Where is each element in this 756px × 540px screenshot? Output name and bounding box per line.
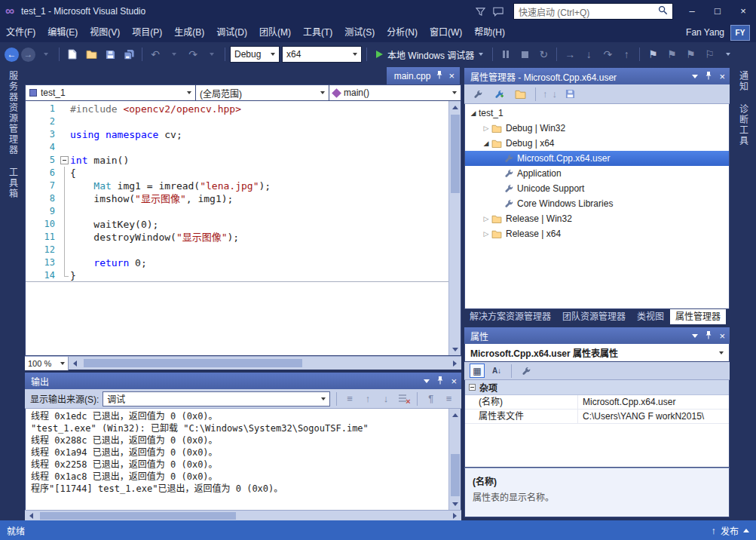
code-text[interactable] bbox=[70, 115, 448, 128]
window-position-icon[interactable] bbox=[692, 75, 698, 78]
menu-item[interactable]: 帮助(H) bbox=[468, 23, 511, 42]
clear-all-icon[interactable]: × bbox=[396, 391, 411, 407]
fold-toggle-icon[interactable] bbox=[60, 156, 69, 164]
breakpoint-margin[interactable] bbox=[26, 167, 36, 179]
next-message-icon[interactable]: ↓ bbox=[378, 391, 393, 407]
menu-item[interactable]: 团队(M) bbox=[253, 23, 297, 42]
menu-item[interactable]: 工具(T) bbox=[297, 23, 338, 42]
prev-message-icon[interactable]: ↑ bbox=[361, 391, 375, 407]
scrollbar-thumb[interactable] bbox=[451, 454, 460, 496]
pin-icon[interactable] bbox=[705, 330, 712, 342]
breakpoint-margin[interactable] bbox=[26, 128, 36, 141]
output-source-combo[interactable]: 调试 bbox=[103, 391, 329, 407]
code-text[interactable]: waitKey(0); bbox=[70, 218, 448, 231]
window-position-icon[interactable] bbox=[424, 379, 430, 383]
breakpoint-margin[interactable] bbox=[26, 141, 36, 154]
scrollbar-thumb[interactable] bbox=[40, 512, 236, 520]
document-tab[interactable]: main.cpp × bbox=[387, 67, 460, 84]
maximize-button[interactable]: □ bbox=[705, 0, 730, 23]
show-next-statement-icon[interactable]: → bbox=[562, 46, 578, 63]
scroll-right-icon[interactable] bbox=[448, 511, 461, 520]
goto-message-icon[interactable]: ≡ bbox=[343, 391, 357, 407]
publish-button[interactable]: ↑ 发布 bbox=[711, 524, 749, 537]
minimize-button[interactable]: – bbox=[679, 0, 705, 23]
breakpoint-margin[interactable] bbox=[26, 231, 36, 244]
breakpoint-margin[interactable] bbox=[26, 244, 36, 256]
start-debug-button[interactable]: 本地 Windows 调试器 bbox=[372, 48, 488, 61]
menu-item[interactable]: 生成(B) bbox=[168, 23, 210, 42]
property-row[interactable]: 属性表文件C:\Users\YANG F workN2015\ bbox=[465, 410, 729, 424]
code-text[interactable]: int main() bbox=[70, 154, 448, 167]
breakpoint-margin[interactable] bbox=[26, 205, 36, 218]
side-tab[interactable]: 工具箱 bbox=[8, 167, 18, 199]
collapse-arrow-icon[interactable]: ◢ bbox=[468, 109, 479, 117]
move-up-icon[interactable]: ↑ bbox=[543, 88, 548, 100]
code-text[interactable]: { bbox=[70, 167, 448, 179]
project-scope-combo[interactable]: test_1 bbox=[25, 84, 195, 101]
tree-item[interactable]: Microsoft.Cpp.x64.user bbox=[465, 151, 729, 166]
tool-window-tab[interactable]: 解决方案资源管理器 bbox=[464, 309, 556, 324]
solution-configuration-combo[interactable]: Debug bbox=[230, 46, 280, 63]
redo-dropdown-icon[interactable] bbox=[204, 46, 220, 63]
scroll-up-icon[interactable] bbox=[449, 101, 461, 113]
close-tab-icon[interactable]: × bbox=[448, 71, 455, 81]
scroll-left-icon[interactable] bbox=[25, 511, 38, 520]
tree-item[interactable]: Core Windows Libraries bbox=[465, 196, 729, 211]
breakpoint-margin[interactable] bbox=[26, 154, 36, 167]
output-text[interactable]: 线程 0x1edc 已退出，返回值为 0 (0x0)。"test_1.exe" … bbox=[25, 409, 461, 510]
code-text[interactable] bbox=[70, 244, 448, 256]
step-into-icon[interactable]: ↓ bbox=[580, 46, 597, 63]
scrollbar-thumb[interactable] bbox=[84, 359, 302, 367]
code-text[interactable]: Mat img1 = imread("lena.jpg"); bbox=[70, 179, 448, 192]
type-scope-combo[interactable]: (全局范围) bbox=[195, 84, 329, 101]
member-scope-combo[interactable]: main() bbox=[329, 84, 461, 101]
debug-target-dropdown-icon[interactable] bbox=[479, 53, 483, 56]
tool-window-tab[interactable]: 属性管理器 bbox=[670, 309, 726, 324]
code-text[interactable] bbox=[70, 141, 448, 154]
new-file-icon[interactable] bbox=[64, 46, 81, 63]
tree-item[interactable]: ◢Debug | x64 bbox=[465, 136, 729, 151]
user-avatar[interactable]: FY bbox=[730, 25, 750, 41]
breakpoint-margin[interactable] bbox=[26, 192, 36, 205]
breakpoint-margin[interactable] bbox=[26, 179, 36, 192]
collapse-category-icon[interactable] bbox=[469, 384, 476, 391]
close-icon[interactable]: × bbox=[719, 72, 725, 81]
breakpoint-margin[interactable] bbox=[26, 115, 36, 128]
collapse-arrow-icon[interactable]: ◢ bbox=[481, 140, 491, 147]
save-icon[interactable] bbox=[102, 46, 118, 63]
side-tab[interactable]: 通知 bbox=[738, 71, 748, 92]
categorized-icon[interactable]: ▦ bbox=[470, 364, 485, 378]
clear-bookmarks-icon[interactable]: ⚐ bbox=[701, 46, 718, 63]
tree-item[interactable]: ▷Release | x64 bbox=[465, 226, 729, 241]
tree-item[interactable]: Application bbox=[465, 166, 729, 181]
tool-window-tab[interactable]: 类视图 bbox=[632, 309, 669, 324]
code-text[interactable]: } bbox=[70, 269, 448, 281]
pin-icon[interactable] bbox=[705, 71, 712, 82]
alphabetical-icon[interactable]: A↓ bbox=[489, 364, 504, 378]
menu-item[interactable]: 测试(S) bbox=[338, 23, 381, 42]
property-pages-icon[interactable] bbox=[470, 86, 486, 103]
code-text[interactable]: #include <opencv2/opencv.hpp> bbox=[70, 103, 448, 115]
word-wrap-icon[interactable]: ¶ bbox=[424, 391, 438, 407]
next-bookmark-icon[interactable]: ⚑ bbox=[682, 46, 699, 63]
solution-platform-combo[interactable]: x64 bbox=[282, 46, 362, 63]
open-file-icon[interactable] bbox=[83, 46, 99, 63]
menu-item[interactable]: 调试(D) bbox=[210, 23, 253, 42]
expand-arrow-icon[interactable]: ▷ bbox=[481, 230, 491, 238]
menu-item[interactable]: 文件(F) bbox=[0, 23, 41, 42]
restart-icon[interactable]: ↻ bbox=[535, 46, 552, 63]
step-over-icon[interactable]: ↷ bbox=[599, 46, 616, 63]
feedback-filter-icon[interactable] bbox=[471, 2, 489, 20]
code-text[interactable]: using namespace cv; bbox=[70, 128, 448, 141]
output-vertical-scrollbar[interactable] bbox=[448, 409, 461, 510]
breakpoint-margin[interactable] bbox=[26, 256, 36, 269]
code-text[interactable]: destroyWindow("显示图像"); bbox=[70, 231, 448, 244]
window-position-icon[interactable] bbox=[692, 334, 698, 338]
add-existing-property-sheet-icon[interactable] bbox=[512, 86, 528, 103]
output-horizontal-scrollbar[interactable] bbox=[25, 510, 461, 520]
scroll-up-icon[interactable] bbox=[449, 409, 461, 421]
property-value[interactable]: Microsoft.Cpp.x64.user bbox=[578, 395, 729, 409]
property-value[interactable]: C:\Users\YANG F workN2015\ bbox=[578, 410, 729, 423]
breakpoint-margin[interactable] bbox=[26, 218, 36, 231]
scroll-down-icon[interactable] bbox=[449, 498, 461, 510]
